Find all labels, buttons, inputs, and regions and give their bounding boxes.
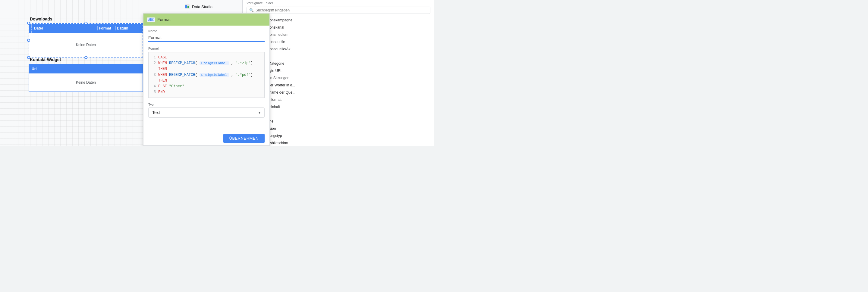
code-line-4: 4 ELSE "Other" [151,84,262,89]
datasource-label: Data Studio [192,4,213,9]
field-item[interactable]: ABCAngezeigte URL [243,67,434,74]
col-url-header: Url [29,67,143,71]
field-item[interactable]: ABCAkquisitionsquelle/Ak... [243,45,434,53]
format-dialog-body: Name Formel 1 CASE 2 WHEN REGEXP_MATCH( … [144,26,270,131]
field-item[interactable]: ABCAnzahl der Wörter in d... [243,82,434,89]
col-datei-header: Datei [32,26,97,30]
svg-rect-1 [187,6,189,8]
downloads-table-header: Datei Format Datum [29,24,143,33]
datasource-icon [185,4,190,9]
field-item[interactable]: ABCAkquisitionskanal [243,24,434,31]
search-icon: 🔍 [249,8,254,12]
name-input[interactable] [148,34,265,42]
field-item[interactable]: ABCAnzahl an Sitzungen [243,74,434,82]
code-line-1: 1 CASE [151,55,262,61]
format-dialog-header: ABC Format [144,13,270,26]
format-type-icon: ABC [147,17,155,22]
col-resize-handle[interactable] [29,24,32,33]
col-datum-header: Datum [116,26,136,30]
field-item[interactable]: ABCApp-Name [243,118,434,125]
field-item[interactable]: ABCAkquisitionskampagne [243,16,434,24]
kontakt-no-data: Keine Daten [76,80,96,84]
resize-handle-tc[interactable] [84,22,87,25]
code-line-2: 2 WHEN REGEXP_MATCH( Ereignislabel , ".*… [151,61,262,72]
field-item[interactable]: ABCAusstiegsbildschirm [243,139,434,146]
field-item[interactable]: ABCAkquisitionsquelle [243,38,434,45]
field-item[interactable]: ABCAnzeigeninhalt [243,103,434,110]
datasource-item[interactable]: Data Studio [181,2,242,11]
code-line-3: 3 WHEN REGEXP_MATCH( Ereignislabel , ".*… [151,72,262,84]
downloads-title: Downloads [29,16,143,22]
kontakt-table: Url Keine Daten [29,64,143,92]
search-box[interactable]: 🔍 [247,7,430,14]
typ-select[interactable]: Text [148,107,265,118]
kontakt-table-body: Keine Daten [29,73,143,92]
downloads-table-body: Keine Daten [29,33,143,57]
field-item[interactable]: ABCAndere Kategorie [243,60,434,67]
kontakt-title: Kontakt-Widget [29,57,143,62]
field-item[interactable]: ABCAnzeigename der Que... [243,89,434,96]
field-item[interactable]: ABCApp-Version [243,125,434,132]
right-panel-title: Verfügbare Felder [247,1,430,5]
widget-kontakt: Kontakt-Widget Url Keine Daten [29,57,143,92]
field-item[interactable]: ABCAlter [243,53,434,60]
name-label: Name [148,29,265,33]
format-dialog: ABC Format Name Formel 1 CASE 2 WHEN REG… [143,13,270,146]
formel-label: Formel [148,47,265,50]
right-fields-panel: Verfügbare Felder 🔍 ABCAkquisitionskampa… [243,0,434,146]
apply-button[interactable]: ÜBERNEHMEN [223,134,265,143]
format-dialog-footer: ÜBERNEHMEN [144,131,270,145]
search-input[interactable] [255,8,428,12]
resize-handle-tl[interactable] [27,22,30,25]
widget-downloads: Downloads Datei Format Datum Keine Daten [29,16,143,58]
typ-select-wrapper: Text [148,107,265,118]
no-data-label: Keine Daten [76,43,96,47]
typ-label: Typ [148,103,265,106]
code-line-5: 5 END [151,89,262,95]
code-editor[interactable]: 1 CASE 2 WHEN REGEXP_MATCH( Ereignislabe… [148,52,265,98]
format-dialog-title: Format [157,17,170,22]
field-item[interactable]: ABCAnzeigenformat [243,96,434,103]
resize-handle-lc[interactable] [27,39,30,42]
kontakt-table-header: Url [29,64,143,73]
typ-section: Typ Text [148,103,265,118]
field-item[interactable]: ABCApp-ID [243,110,434,118]
field-item[interactable]: ABCAusrichtungstyp [243,132,434,139]
fields-list: ABCAkquisitionskampagneABCAkquisitionska… [243,15,434,146]
downloads-table: Datei Format Datum Keine Daten [29,23,143,58]
right-panel-header: Verfügbare Felder 🔍 [243,0,434,15]
svg-rect-0 [185,5,187,8]
field-item[interactable]: ABCAkquisitionsmedium [243,31,434,38]
col-format-header: Format [97,26,116,30]
